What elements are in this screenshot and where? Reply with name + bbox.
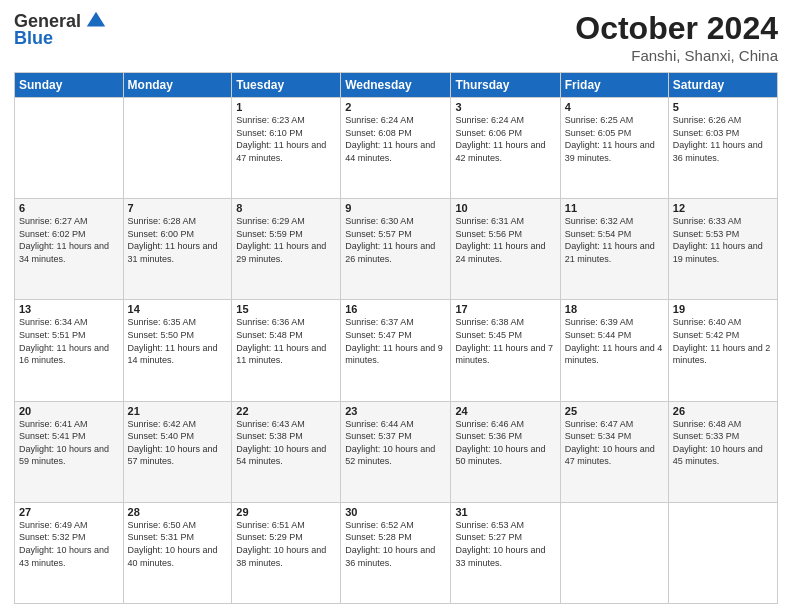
day-info: Sunrise: 6:30 AMSunset: 5:57 PMDaylight:… xyxy=(345,215,446,265)
day-info: Sunrise: 6:41 AMSunset: 5:41 PMDaylight:… xyxy=(19,418,119,468)
day-info: Sunrise: 6:42 AMSunset: 5:40 PMDaylight:… xyxy=(128,418,228,468)
weekday-header-sunday: Sunday xyxy=(15,73,124,98)
calendar-cell: 2 Sunrise: 6:24 AMSunset: 6:08 PMDayligh… xyxy=(341,98,451,199)
calendar-cell: 30 Sunrise: 6:52 AMSunset: 5:28 PMDaylig… xyxy=(341,502,451,603)
calendar-cell: 15 Sunrise: 6:36 AMSunset: 5:48 PMDaylig… xyxy=(232,300,341,401)
weekday-header-row: SundayMondayTuesdayWednesdayThursdayFrid… xyxy=(15,73,778,98)
day-info: Sunrise: 6:33 AMSunset: 5:53 PMDaylight:… xyxy=(673,215,773,265)
day-number: 8 xyxy=(236,202,336,214)
calendar-cell: 4 Sunrise: 6:25 AMSunset: 6:05 PMDayligh… xyxy=(560,98,668,199)
calendar-cell xyxy=(668,502,777,603)
day-info: Sunrise: 6:46 AMSunset: 5:36 PMDaylight:… xyxy=(455,418,555,468)
title-block: October 2024 Fanshi, Shanxi, China xyxy=(575,10,778,64)
day-number: 21 xyxy=(128,405,228,417)
day-info: Sunrise: 6:50 AMSunset: 5:31 PMDaylight:… xyxy=(128,519,228,569)
calendar-table: SundayMondayTuesdayWednesdayThursdayFrid… xyxy=(14,72,778,604)
calendar-cell xyxy=(123,98,232,199)
calendar-cell: 9 Sunrise: 6:30 AMSunset: 5:57 PMDayligh… xyxy=(341,199,451,300)
day-number: 14 xyxy=(128,303,228,315)
calendar-cell: 26 Sunrise: 6:48 AMSunset: 5:33 PMDaylig… xyxy=(668,401,777,502)
calendar-cell: 3 Sunrise: 6:24 AMSunset: 6:06 PMDayligh… xyxy=(451,98,560,199)
day-number: 11 xyxy=(565,202,664,214)
day-number: 3 xyxy=(455,101,555,113)
calendar-cell: 11 Sunrise: 6:32 AMSunset: 5:54 PMDaylig… xyxy=(560,199,668,300)
calendar-cell: 27 Sunrise: 6:49 AMSunset: 5:32 PMDaylig… xyxy=(15,502,124,603)
day-info: Sunrise: 6:32 AMSunset: 5:54 PMDaylight:… xyxy=(565,215,664,265)
calendar-cell: 22 Sunrise: 6:43 AMSunset: 5:38 PMDaylig… xyxy=(232,401,341,502)
day-info: Sunrise: 6:27 AMSunset: 6:02 PMDaylight:… xyxy=(19,215,119,265)
day-info: Sunrise: 6:43 AMSunset: 5:38 PMDaylight:… xyxy=(236,418,336,468)
day-number: 10 xyxy=(455,202,555,214)
calendar-cell: 28 Sunrise: 6:50 AMSunset: 5:31 PMDaylig… xyxy=(123,502,232,603)
day-number: 23 xyxy=(345,405,446,417)
day-info: Sunrise: 6:28 AMSunset: 6:00 PMDaylight:… xyxy=(128,215,228,265)
calendar-cell: 17 Sunrise: 6:38 AMSunset: 5:45 PMDaylig… xyxy=(451,300,560,401)
day-number: 28 xyxy=(128,506,228,518)
logo-icon xyxy=(85,10,107,32)
calendar-cell xyxy=(15,98,124,199)
day-number: 20 xyxy=(19,405,119,417)
day-number: 5 xyxy=(673,101,773,113)
day-info: Sunrise: 6:24 AMSunset: 6:08 PMDaylight:… xyxy=(345,114,446,164)
day-info: Sunrise: 6:39 AMSunset: 5:44 PMDaylight:… xyxy=(565,316,664,366)
calendar-week-3: 13 Sunrise: 6:34 AMSunset: 5:51 PMDaylig… xyxy=(15,300,778,401)
main-title: October 2024 xyxy=(575,10,778,47)
calendar-cell: 20 Sunrise: 6:41 AMSunset: 5:41 PMDaylig… xyxy=(15,401,124,502)
calendar-cell: 5 Sunrise: 6:26 AMSunset: 6:03 PMDayligh… xyxy=(668,98,777,199)
day-info: Sunrise: 6:26 AMSunset: 6:03 PMDaylight:… xyxy=(673,114,773,164)
day-number: 15 xyxy=(236,303,336,315)
day-number: 25 xyxy=(565,405,664,417)
day-info: Sunrise: 6:23 AMSunset: 6:10 PMDaylight:… xyxy=(236,114,336,164)
calendar-cell: 23 Sunrise: 6:44 AMSunset: 5:37 PMDaylig… xyxy=(341,401,451,502)
calendar-cell: 10 Sunrise: 6:31 AMSunset: 5:56 PMDaylig… xyxy=(451,199,560,300)
day-info: Sunrise: 6:36 AMSunset: 5:48 PMDaylight:… xyxy=(236,316,336,366)
day-number: 12 xyxy=(673,202,773,214)
day-info: Sunrise: 6:31 AMSunset: 5:56 PMDaylight:… xyxy=(455,215,555,265)
day-info: Sunrise: 6:51 AMSunset: 5:29 PMDaylight:… xyxy=(236,519,336,569)
day-info: Sunrise: 6:37 AMSunset: 5:47 PMDaylight:… xyxy=(345,316,446,366)
weekday-header-saturday: Saturday xyxy=(668,73,777,98)
day-number: 18 xyxy=(565,303,664,315)
day-info: Sunrise: 6:40 AMSunset: 5:42 PMDaylight:… xyxy=(673,316,773,366)
header: General Blue October 2024 Fanshi, Shanxi… xyxy=(14,10,778,64)
day-number: 24 xyxy=(455,405,555,417)
weekday-header-thursday: Thursday xyxy=(451,73,560,98)
day-number: 6 xyxy=(19,202,119,214)
day-info: Sunrise: 6:48 AMSunset: 5:33 PMDaylight:… xyxy=(673,418,773,468)
calendar-cell: 31 Sunrise: 6:53 AMSunset: 5:27 PMDaylig… xyxy=(451,502,560,603)
calendar-cell: 25 Sunrise: 6:47 AMSunset: 5:34 PMDaylig… xyxy=(560,401,668,502)
calendar-cell: 16 Sunrise: 6:37 AMSunset: 5:47 PMDaylig… xyxy=(341,300,451,401)
calendar-cell: 13 Sunrise: 6:34 AMSunset: 5:51 PMDaylig… xyxy=(15,300,124,401)
day-number: 17 xyxy=(455,303,555,315)
logo: General Blue xyxy=(14,10,107,49)
calendar-week-1: 1 Sunrise: 6:23 AMSunset: 6:10 PMDayligh… xyxy=(15,98,778,199)
weekday-header-tuesday: Tuesday xyxy=(232,73,341,98)
day-info: Sunrise: 6:35 AMSunset: 5:50 PMDaylight:… xyxy=(128,316,228,366)
day-info: Sunrise: 6:29 AMSunset: 5:59 PMDaylight:… xyxy=(236,215,336,265)
day-info: Sunrise: 6:25 AMSunset: 6:05 PMDaylight:… xyxy=(565,114,664,164)
day-number: 22 xyxy=(236,405,336,417)
calendar-cell: 19 Sunrise: 6:40 AMSunset: 5:42 PMDaylig… xyxy=(668,300,777,401)
day-number: 26 xyxy=(673,405,773,417)
calendar-cell: 6 Sunrise: 6:27 AMSunset: 6:02 PMDayligh… xyxy=(15,199,124,300)
day-number: 19 xyxy=(673,303,773,315)
day-info: Sunrise: 6:47 AMSunset: 5:34 PMDaylight:… xyxy=(565,418,664,468)
calendar-cell xyxy=(560,502,668,603)
day-number: 7 xyxy=(128,202,228,214)
calendar-cell: 7 Sunrise: 6:28 AMSunset: 6:00 PMDayligh… xyxy=(123,199,232,300)
logo-blue: Blue xyxy=(14,28,53,49)
calendar-week-2: 6 Sunrise: 6:27 AMSunset: 6:02 PMDayligh… xyxy=(15,199,778,300)
day-number: 27 xyxy=(19,506,119,518)
weekday-header-monday: Monday xyxy=(123,73,232,98)
day-info: Sunrise: 6:38 AMSunset: 5:45 PMDaylight:… xyxy=(455,316,555,366)
svg-marker-0 xyxy=(87,12,105,27)
calendar-cell: 12 Sunrise: 6:33 AMSunset: 5:53 PMDaylig… xyxy=(668,199,777,300)
weekday-header-wednesday: Wednesday xyxy=(341,73,451,98)
day-info: Sunrise: 6:53 AMSunset: 5:27 PMDaylight:… xyxy=(455,519,555,569)
calendar-cell: 24 Sunrise: 6:46 AMSunset: 5:36 PMDaylig… xyxy=(451,401,560,502)
page: General Blue October 2024 Fanshi, Shanxi… xyxy=(0,0,792,612)
day-number: 13 xyxy=(19,303,119,315)
calendar-cell: 8 Sunrise: 6:29 AMSunset: 5:59 PMDayligh… xyxy=(232,199,341,300)
day-info: Sunrise: 6:52 AMSunset: 5:28 PMDaylight:… xyxy=(345,519,446,569)
day-number: 4 xyxy=(565,101,664,113)
